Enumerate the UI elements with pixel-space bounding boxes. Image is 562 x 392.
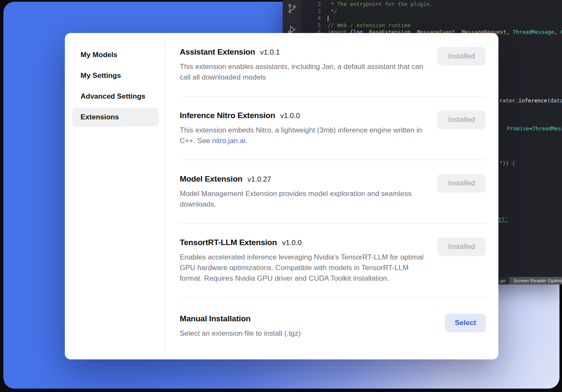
extensions-list: Assistant Extension v1.0.1 This extensio… — [166, 33, 498, 359]
nitro-jan-ai-link[interactable]: nitro.jan.ai — [212, 137, 245, 145]
extension-title: TensortRT-LLM Extension — [180, 237, 277, 248]
sidebar-item-extensions[interactable]: Extensions — [72, 108, 159, 127]
sidebar-item-my-models[interactable]: My Models — [72, 46, 159, 64]
extension-row-model: Model Extension v1.0.27 Model Management… — [180, 160, 486, 224]
screen-reader-status-badge[interactable]: Screen Reader Optimized — [509, 277, 562, 284]
code-line: 5// Web / extension runtime — [301, 22, 562, 29]
installed-button[interactable]: Installed — [437, 174, 486, 193]
select-file-button[interactable]: Select — [445, 314, 486, 332]
extension-version: v1.0.0 — [280, 112, 300, 120]
extension-description: This extension enables assistants, inclu… — [180, 61, 428, 83]
extension-description: Enables accelerated inference leveraging… — [180, 252, 428, 284]
settings-sidebar: My Models My Settings Advanced Settings … — [65, 33, 166, 359]
extension-description: Model Management Extension provides mode… — [180, 188, 428, 210]
code-line: 3 */ — [301, 8, 562, 15]
code-fragment: Promise<ThreadMessage> — [507, 125, 562, 132]
extension-row-assistant: Assistant Extension v1.0.1 This extensio… — [180, 33, 486, 97]
code-lines: 2 * The entrypoint for the plugin.3 */45… — [301, 0, 562, 36]
installed-button[interactable]: Installed — [437, 237, 486, 256]
status-left-text: go — [500, 278, 506, 283]
installed-button[interactable]: Installed — [437, 110, 486, 129]
extension-version: v1.0.1 — [260, 48, 280, 57]
code-fragment: t}` — [498, 216, 508, 223]
settings-modal: My Models My Settings Advanced Settings … — [65, 33, 498, 359]
sidebar-item-advanced-settings[interactable]: Advanced Settings — [72, 87, 159, 106]
installed-button[interactable]: Installed — [437, 47, 486, 66]
extension-row-nitro: Inference Nitro Extension v1.0.0 This ex… — [180, 97, 486, 160]
code-line: 2 * The entrypoint for the plugin. — [301, 1, 562, 8]
manual-installation-description: Select an extension file to install (.tg… — [180, 328, 300, 339]
code-fragment: rator.inference(data)); — [499, 97, 562, 104]
extension-description: This extension embeds Nitro, a lightweig… — [180, 125, 428, 146]
extension-version: v1.0.0 — [282, 239, 301, 247]
manual-installation-row: Manual Installation Select an extension … — [180, 298, 486, 352]
extension-title: Inference Nitro Extension — [180, 110, 275, 121]
sidebar-item-my-settings[interactable]: My Settings — [72, 66, 159, 85]
code-fragment: ")) { — [499, 160, 515, 166]
source-control-icon[interactable] — [287, 3, 297, 14]
code-line: 4 — [301, 15, 562, 22]
extension-row-tensorrt: TensortRT-LLM Extension v1.0.0 Enables a… — [180, 224, 486, 298]
screenshot-stage: 2 * The entrypoint for the plugin.3 */45… — [0, 0, 562, 392]
extension-version: v1.0.27 — [248, 175, 271, 184]
manual-installation-title: Manual Installation — [180, 314, 250, 324]
extension-title: Assistant Extension — [180, 47, 255, 57]
extension-title: Model Extension — [180, 174, 242, 184]
